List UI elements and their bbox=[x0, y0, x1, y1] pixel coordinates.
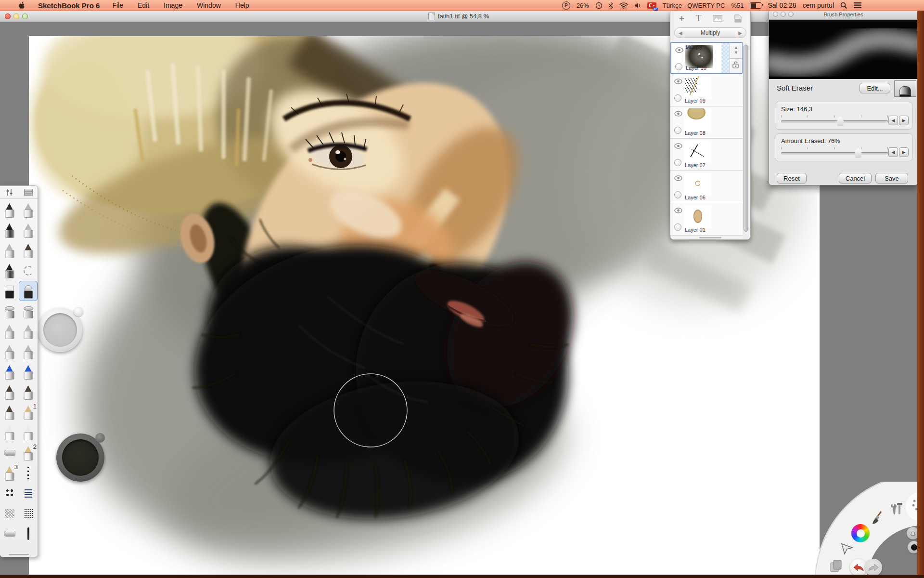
parallels-icon[interactable]: P bbox=[562, 1, 570, 10]
tool-chisel-marker[interactable] bbox=[19, 220, 38, 240]
bp-close-button[interactable] bbox=[773, 12, 778, 17]
spotlight-icon[interactable] bbox=[840, 2, 847, 9]
size-slider[interactable] bbox=[781, 120, 888, 123]
clock[interactable]: Sal 02:28 bbox=[768, 1, 796, 9]
app-title[interactable]: SketchBook Pro 6 bbox=[38, 1, 100, 10]
reset-button[interactable]: Reset bbox=[777, 173, 807, 184]
amount-decrease-button[interactable]: ◀ bbox=[888, 147, 898, 157]
menu-image[interactable]: Image bbox=[164, 1, 182, 9]
menu-window[interactable]: Window bbox=[197, 1, 221, 9]
layer-thumbnail[interactable] bbox=[684, 76, 712, 99]
tool-chisel-tip-2[interactable] bbox=[19, 342, 38, 362]
tool-custom-brush-2[interactable]: 2 bbox=[19, 443, 38, 463]
input-source-label[interactable]: Türkçe - QWERTY PC bbox=[663, 2, 725, 9]
sliders-icon[interactable] bbox=[5, 189, 14, 196]
zoom-button[interactable] bbox=[22, 13, 28, 19]
amount-slider-thumb[interactable] bbox=[854, 148, 862, 158]
layer-thumbnail[interactable] bbox=[684, 141, 712, 164]
brush-size-puck-tab[interactable] bbox=[74, 307, 83, 316]
brush-size-puck-face[interactable] bbox=[43, 313, 77, 347]
tool-airbrush[interactable] bbox=[19, 200, 38, 220]
layers-scrollbar[interactable] bbox=[743, 43, 749, 239]
save-button[interactable]: Save bbox=[875, 173, 908, 184]
layer-thumbnail[interactable] bbox=[684, 108, 712, 131]
brush-type-swatch[interactable] bbox=[894, 80, 916, 97]
bluetooth-icon[interactable] bbox=[609, 2, 613, 9]
layer-visibility-icon[interactable] bbox=[674, 78, 682, 86]
tool-airbrush-side-2[interactable] bbox=[0, 524, 19, 544]
size-slider-thumb[interactable] bbox=[836, 117, 845, 126]
tool-fine-brush[interactable] bbox=[19, 240, 38, 261]
layer-select-radio[interactable] bbox=[674, 223, 681, 231]
tool-soft-eraser[interactable] bbox=[19, 281, 38, 301]
volume-icon[interactable] bbox=[634, 2, 641, 9]
minimize-button[interactable] bbox=[13, 13, 19, 19]
layer-row-layer-08[interactable]: Layer 08 bbox=[670, 106, 743, 139]
list-view-icon[interactable] bbox=[24, 189, 33, 196]
tool-flood-fill[interactable] bbox=[0, 301, 19, 321]
layer-select-radio[interactable] bbox=[674, 191, 681, 198]
tool-felt-pen[interactable] bbox=[0, 261, 19, 281]
layer-visibility-icon[interactable] bbox=[674, 174, 682, 183]
notification-center-icon[interactable] bbox=[854, 2, 861, 8]
menu-file[interactable]: File bbox=[112, 1, 123, 9]
layer-row-layer-06[interactable]: Layer 06 bbox=[670, 171, 743, 203]
tool-flood-fill-selection[interactable] bbox=[19, 301, 38, 321]
tool-speckle[interactable] bbox=[19, 503, 38, 524]
layer-pages-icon[interactable] bbox=[829, 559, 844, 575]
tool-line-pattern[interactable] bbox=[19, 483, 38, 503]
tool-chisel-tip[interactable] bbox=[0, 342, 19, 362]
paintbrush-icon[interactable] bbox=[871, 511, 886, 528]
tool-round-brush[interactable] bbox=[0, 382, 19, 402]
tool-pencil[interactable] bbox=[0, 200, 19, 220]
tool-blue-highlighter[interactable] bbox=[19, 362, 38, 382]
layer-thumbnail[interactable] bbox=[684, 205, 712, 228]
layer-select-radio[interactable] bbox=[674, 127, 681, 134]
color-wheel-icon[interactable] bbox=[851, 524, 870, 542]
text-layer-icon[interactable]: T bbox=[696, 14, 701, 23]
cancel-button[interactable]: Cancel bbox=[839, 173, 872, 184]
tool-custom-brush-3[interactable]: 3 bbox=[0, 463, 19, 483]
tool-ballpoint-pen[interactable] bbox=[0, 240, 19, 261]
redo-button[interactable] bbox=[865, 559, 882, 576]
menu-help[interactable]: Help bbox=[235, 1, 249, 9]
size-decrease-button[interactable]: ◀ bbox=[888, 116, 898, 125]
layer-options-icon[interactable] bbox=[734, 14, 742, 23]
size-increase-button[interactable]: ▶ bbox=[899, 116, 909, 125]
blend-next-icon[interactable]: ▶ bbox=[738, 30, 742, 36]
tool-marker[interactable] bbox=[0, 220, 19, 240]
layer-row-layer-07[interactable]: Layer 07 bbox=[670, 139, 743, 171]
layer-select-radio[interactable] bbox=[675, 63, 682, 70]
layer-visibility-icon[interactable] bbox=[674, 207, 682, 215]
tool-drip-stroke[interactable] bbox=[19, 524, 38, 544]
layer-row-layer-09[interactable]: Layer 09 bbox=[670, 74, 743, 106]
layers-scrollbar-thumb[interactable] bbox=[744, 45, 748, 232]
tool-dot-cluster[interactable] bbox=[0, 483, 19, 503]
menu-edit[interactable]: Edit bbox=[138, 1, 149, 9]
layer-select-radio[interactable] bbox=[674, 159, 681, 166]
tool-dashed-stroke[interactable] bbox=[19, 463, 38, 483]
time-machine-icon[interactable] bbox=[595, 2, 603, 9]
layer-row-layer-10[interactable]: MultiplyLayer 10▲▼ bbox=[670, 42, 743, 74]
tool-hard-eraser[interactable] bbox=[0, 281, 19, 301]
layer-lock-icon[interactable] bbox=[732, 61, 739, 70]
amount-increase-button[interactable]: ▶ bbox=[899, 147, 909, 157]
color-puck-face[interactable] bbox=[62, 439, 99, 476]
color-puck-tab[interactable] bbox=[95, 433, 105, 443]
cursor-tool-icon[interactable] bbox=[840, 541, 854, 557]
amount-slider[interactable] bbox=[781, 152, 888, 155]
layer-row-layer-01[interactable]: Layer 01 bbox=[670, 203, 743, 236]
edit-button[interactable]: Edit... bbox=[860, 83, 890, 93]
layer-select-radio[interactable] bbox=[674, 94, 681, 102]
layers-resize-handle[interactable] bbox=[699, 237, 721, 238]
tool-airbrush-side[interactable] bbox=[0, 443, 19, 463]
layer-opacity-strip[interactable] bbox=[721, 43, 730, 73]
bp-minimize-button[interactable] bbox=[781, 12, 786, 17]
tool-pen-nib-2[interactable] bbox=[19, 321, 38, 342]
tool-large-round-brush[interactable] bbox=[0, 402, 19, 422]
tool-slant-brush[interactable] bbox=[0, 422, 19, 443]
import-image-icon[interactable] bbox=[713, 15, 722, 22]
wifi-icon[interactable] bbox=[619, 2, 628, 9]
color-puck[interactable] bbox=[56, 434, 104, 482]
blend-prev-icon[interactable]: ◀ bbox=[679, 30, 682, 36]
